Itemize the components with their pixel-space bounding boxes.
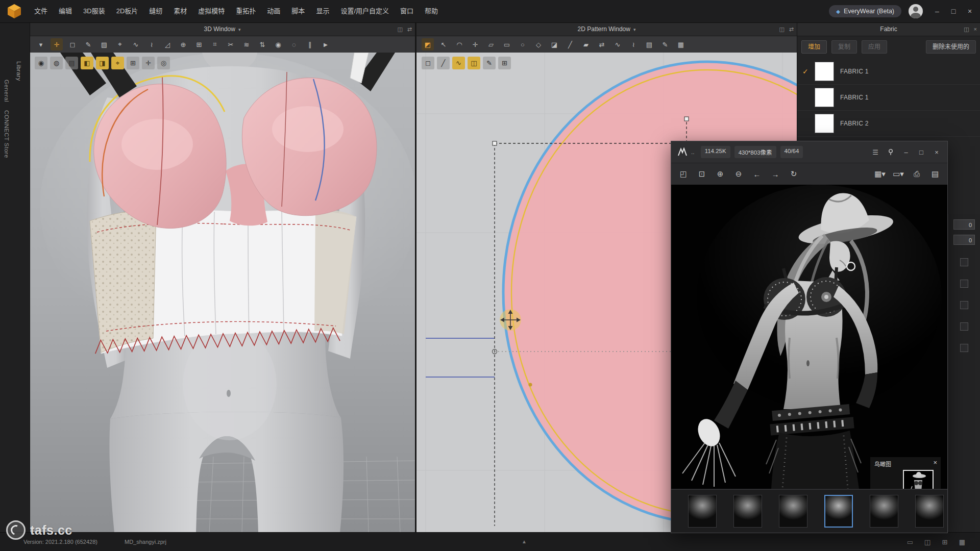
fabric-swatch[interactable] <box>815 62 834 81</box>
menu-item[interactable]: 窗口 <box>395 0 419 22</box>
pen-tool-icon[interactable]: ✎ <box>82 38 94 51</box>
grid-view-icon[interactable]: ▦ <box>958 537 967 546</box>
internal-polygon-tool-icon[interactable]: ◪ <box>548 38 560 51</box>
panel-fabric-header[interactable]: Fabric ◫× <box>797 22 980 36</box>
sidebar-tab-connect-store[interactable]: CONNECT Store <box>4 110 10 158</box>
notch-display-toggle-icon[interactable]: ◫ <box>468 57 480 69</box>
grid-display-toggle-icon[interactable]: ⊞ <box>498 57 511 69</box>
menu-item[interactable]: 重拓扑 <box>230 0 261 22</box>
property-checkbox[interactable] <box>960 322 968 331</box>
edit-curve-tool-icon[interactable]: ◠ <box>453 38 465 51</box>
garment-display-toggle-icon[interactable]: ▤ <box>65 57 78 69</box>
buttonhole-tool-icon[interactable]: ◌ <box>288 38 300 51</box>
sidebar-tab-general[interactable]: General <box>4 80 10 102</box>
sewing-display-toggle-icon[interactable]: ∿ <box>452 57 465 69</box>
fold-arrangement-tool-icon[interactable]: ◿ <box>161 38 174 51</box>
adjust-image-icon[interactable]: ▦▾ <box>872 166 888 182</box>
property-checkbox[interactable] <box>960 280 968 288</box>
fabric-delete-unused-button[interactable]: 删除未使用的 <box>926 40 976 54</box>
viewport-3d[interactable]: ◉◍▤◧◨⌖⊞✛◎ <box>30 53 415 533</box>
garment-corset[interactable] <box>90 209 356 354</box>
rotate-icon[interactable]: ↻ <box>786 166 802 182</box>
app-logo-icon[interactable] <box>6 3 22 19</box>
maximize-icon[interactable]: □ <box>949 7 958 15</box>
menu-item[interactable]: 2D板片 <box>111 0 144 22</box>
panel-2d-header[interactable]: 2D Pattern Window▾ ◫⇄ <box>416 22 797 36</box>
gizmo-toggle-icon[interactable]: ✛ <box>142 57 155 69</box>
property-checkbox[interactable] <box>960 344 968 352</box>
circle-tool-icon[interactable]: ○ <box>517 38 529 51</box>
fabric-copy-button[interactable]: 复制 <box>831 40 857 54</box>
thumbnail-5[interactable] <box>870 495 898 528</box>
pin-tool-icon[interactable]: ⌖ <box>114 38 126 51</box>
mirror-tool-icon[interactable]: ⇄ <box>596 38 608 51</box>
float-window-icon[interactable]: ◫ <box>397 22 402 36</box>
simulate-icon[interactable]: ▾ <box>35 38 47 51</box>
rectangle-tool-icon[interactable]: ▭ <box>501 38 513 51</box>
maximize-icon[interactable]: □ <box>914 141 929 163</box>
menu-item[interactable]: 动画 <box>261 0 286 22</box>
arrangement-point-toggle-icon[interactable]: ◉ <box>35 57 47 69</box>
menu-item[interactable]: 缝纫 <box>143 0 168 22</box>
menu-item[interactable]: 虚拟模特 <box>192 0 230 22</box>
fabric-item[interactable]: ✓ FABRIC 1 <box>797 59 980 85</box>
pattern-point[interactable] <box>529 383 532 387</box>
thumbnail-1[interactable] <box>688 495 717 528</box>
thumbnail-4[interactable] <box>824 495 853 528</box>
add-point-tool-icon[interactable]: ✛ <box>469 38 481 51</box>
split-view-icon[interactable]: ◫ <box>923 537 932 546</box>
measure-tool-icon[interactable]: ⌗ <box>209 38 221 51</box>
close-icon[interactable]: × <box>929 141 944 163</box>
property-value-field[interactable]: 0 <box>953 219 975 230</box>
grainline-toggle-icon[interactable]: ╱ <box>437 57 450 69</box>
select-move-tool-icon[interactable]: ✛ <box>51 38 63 51</box>
fitting-tool-icon[interactable]: ► <box>320 38 332 51</box>
next-image-icon[interactable]: → <box>767 166 783 182</box>
expand-bottom-bar-icon[interactable]: ▲ <box>522 533 527 551</box>
zoom-out-icon[interactable]: ⊖ <box>730 166 747 182</box>
panel-3d-header[interactable]: 3D Window▾ ◫⇄ <box>30 22 415 36</box>
fabric-add-button[interactable]: 增加 <box>801 40 827 54</box>
swap-window-icon[interactable]: ⇄ <box>407 22 412 36</box>
trace-tool-icon[interactable]: ▰ <box>580 38 592 51</box>
close-icon[interactable]: × <box>933 459 937 466</box>
menu-item[interactable]: 设置/用户自定义 <box>335 0 395 22</box>
thumbnail-2[interactable] <box>733 495 762 528</box>
pin-icon[interactable] <box>883 141 898 163</box>
polygon-tool-icon[interactable]: ▱ <box>485 38 497 51</box>
fabric-swatch[interactable] <box>815 88 834 107</box>
pattern-highlight-toggle-icon[interactable]: ◧ <box>81 57 93 69</box>
annotation-tool-icon[interactable]: ✎ <box>659 38 671 51</box>
fabric-item[interactable]: FABRIC 2 <box>797 111 980 137</box>
pin-display-toggle-icon[interactable]: ⌖ <box>111 57 124 69</box>
menu-item[interactable]: 文件 <box>29 0 53 22</box>
quad-view-icon[interactable]: ⊞ <box>940 537 949 546</box>
fit-window-icon[interactable]: ⊡ <box>694 166 710 182</box>
property-checkbox[interactable] <box>960 258 968 266</box>
window-splitter[interactable] <box>415 22 416 533</box>
avatar-display-toggle-icon[interactable]: ◍ <box>50 57 63 69</box>
thumbnail-6[interactable] <box>915 495 944 528</box>
menu-item[interactable]: 显示 <box>310 0 335 22</box>
property-checkbox[interactable] <box>960 301 968 309</box>
property-value-field[interactable]: 0 <box>953 235 975 245</box>
free-sewing-tool-icon[interactable]: ≀ <box>145 38 158 51</box>
camera-toggle-icon[interactable]: ◎ <box>157 57 170 69</box>
single-view-icon[interactable]: ▭ <box>905 537 915 546</box>
select-box-tool-icon[interactable]: ◻ <box>66 38 79 51</box>
viewer-image-area[interactable]: 鸟瞰图 × <box>671 185 947 489</box>
panel-close-icon[interactable]: × <box>974 22 977 36</box>
grading-tool-icon[interactable]: ▤ <box>643 38 655 51</box>
zipper-tool-icon[interactable]: ⇅ <box>256 38 268 51</box>
dart-tool-icon[interactable]: ◇ <box>532 38 545 51</box>
sewing-tool-icon[interactable]: ∿ <box>130 38 142 51</box>
birdseye-thumbnail[interactable] <box>903 470 934 489</box>
3d-scene[interactable] <box>30 53 415 533</box>
crop-icon[interactable]: ▭▾ <box>890 166 906 182</box>
transform-pattern-tool-icon[interactable]: ◩ <box>422 38 434 51</box>
grid-tool-icon[interactable]: ⊞ <box>193 38 205 51</box>
free-sewing-tool-icon[interactable]: ≀ <box>627 38 640 51</box>
swap-window-icon[interactable]: ⇄ <box>789 22 794 36</box>
account-avatar[interactable] <box>909 4 923 18</box>
fabric-swatch[interactable] <box>815 114 834 133</box>
